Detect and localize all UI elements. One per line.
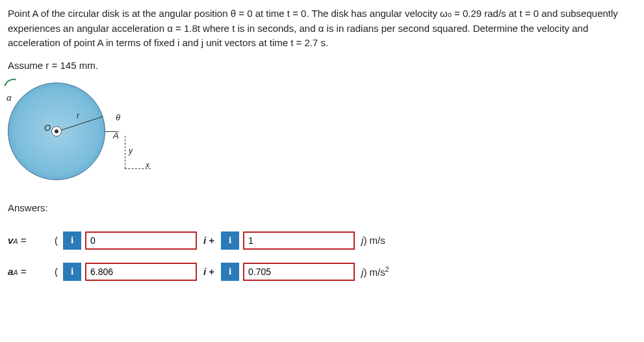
origin-label: O	[44, 123, 51, 133]
acceleration-j-input[interactable]	[243, 263, 355, 281]
info-icon[interactable]: i	[221, 263, 239, 281]
y-axis-label: y	[129, 146, 133, 155]
assume-text: Assume r = 145 mm.	[8, 60, 636, 71]
answers-header: Answers:	[8, 202, 636, 213]
theta-label: θ	[116, 112, 120, 122]
x-axis-label: x	[146, 161, 149, 170]
y-axis	[125, 136, 125, 168]
acceleration-symbol: aA =	[8, 266, 49, 277]
i-plus-label: i +	[203, 266, 214, 277]
radius-line	[57, 116, 103, 131]
i-plus-label: i +	[203, 235, 214, 246]
center-dot	[55, 129, 58, 133]
info-icon[interactable]: i	[221, 231, 239, 250]
info-icon[interactable]: i	[63, 231, 81, 250]
alpha-label: α	[6, 93, 11, 103]
velocity-unit: j) m/s	[361, 235, 385, 246]
velocity-row: vA = ( i i + i j) m/s	[8, 231, 636, 250]
velocity-j-input[interactable]	[243, 231, 355, 250]
radius-label: r	[77, 111, 79, 120]
disk-circle	[8, 83, 105, 180]
info-icon[interactable]: i	[63, 263, 81, 281]
disk-diagram: α O r θ A y x	[8, 83, 157, 187]
open-paren: (	[55, 266, 58, 277]
velocity-symbol: vA =	[8, 235, 49, 246]
open-paren: (	[55, 235, 58, 246]
acceleration-i-input[interactable]	[85, 263, 197, 281]
question-body: Point A of the circular disk is at the a…	[8, 7, 636, 51]
acceleration-row: aA = ( i i + i j) m/s2	[8, 263, 636, 281]
point-a-label: A	[113, 131, 119, 140]
velocity-i-input[interactable]	[85, 231, 197, 250]
acceleration-unit: j) m/s2	[361, 265, 389, 278]
